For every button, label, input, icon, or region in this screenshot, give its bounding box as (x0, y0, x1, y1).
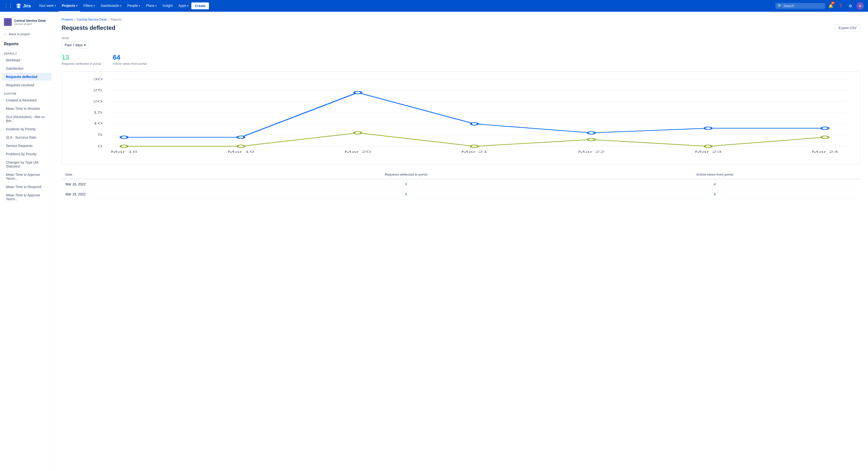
svg-text:0: 0 (98, 145, 103, 148)
svg-point-27 (821, 136, 829, 139)
search-input[interactable] (783, 4, 823, 8)
chevron-down-icon: ▾ (139, 4, 140, 7)
breadcrumb-projects[interactable]: Projects (62, 18, 73, 21)
page-header: Requests deflected Export CSV (62, 24, 860, 32)
nav-people[interactable]: People ▾ (124, 0, 143, 12)
search-bar[interactable]: 🔍 (775, 3, 825, 9)
help-button[interactable]: ❓ (837, 2, 844, 10)
search-icon: 🔍 (778, 4, 782, 8)
chevron-down-icon: ▾ (187, 4, 188, 7)
sidebar-item-mean-time-respond[interactable]: Mean Time to Respond (2, 183, 52, 191)
sidebar: 🎧 Central Service Desk Service project ←… (0, 12, 54, 471)
chevron-down-icon: ▾ (120, 4, 121, 7)
svg-text:Mar 23: Mar 23 (695, 150, 721, 153)
svg-text:15: 15 (93, 111, 102, 114)
svg-text:25: 25 (93, 89, 102, 92)
project-icon: 🎧 (4, 18, 12, 26)
svg-point-19 (705, 127, 712, 129)
nav-filters[interactable]: Filters ▾ (81, 0, 98, 12)
col-date: Date (62, 170, 243, 179)
svg-text:20: 20 (93, 99, 102, 103)
col-article: Article views from portal (569, 170, 860, 179)
svg-point-14 (121, 136, 128, 139)
stat-deflected-label: Requests deflected in portal (62, 62, 101, 65)
nav-projects[interactable]: Projects ▾ (59, 0, 81, 12)
nav-apps[interactable]: Apps ▾ (176, 0, 192, 12)
create-button[interactable]: Create (191, 2, 209, 9)
svg-point-24 (471, 145, 478, 148)
col-deflected: Requests deflected in portal (243, 170, 569, 179)
sidebar-item-created-resolved[interactable]: Created & Resolved (2, 96, 52, 104)
nav-items: Your work ▾ Projects ▾ Filters ▾ Dashboa… (36, 0, 773, 12)
line-chart: 30 25 20 15 10 5 0 (67, 77, 855, 159)
chevron-down-icon: ▾ (55, 4, 56, 7)
svg-text:30: 30 (93, 77, 102, 81)
stat-article-label: Article views from portal (113, 62, 146, 65)
default-section-label: DEFAULT (0, 49, 54, 56)
cell-date: Mar 18, 2022 (62, 179, 243, 189)
grid-icon[interactable]: ⋮⋮ (4, 3, 13, 8)
main-content: Projects / Central Service Desk / Report… (54, 12, 868, 471)
table-row: Mar 18, 2022 0 4 (62, 179, 860, 189)
svg-point-21 (121, 145, 128, 148)
svg-point-20 (821, 127, 829, 129)
svg-point-26 (705, 145, 712, 148)
avatar[interactable]: U (856, 2, 864, 10)
sidebar-item-sla-resolution[interactable]: SLA (Resolution) - Met vs Bre... (2, 113, 52, 125)
settings-button[interactable]: ⚙ (846, 2, 854, 10)
stats-row: 13 Requests deflected in portal 64 Artic… (62, 54, 860, 65)
svg-text:Mar 22: Mar 22 (578, 150, 604, 153)
show-section: Show Past 7 days ▾ (62, 36, 860, 49)
svg-point-22 (237, 145, 244, 148)
sidebar-item-requests-deflected[interactable]: Requests deflected (2, 73, 52, 81)
breadcrumb-sep-1: / (74, 18, 75, 21)
stat-article-count: 64 (113, 54, 146, 61)
notifications-button[interactable]: 🔔 9+ (827, 2, 835, 10)
svg-point-25 (588, 138, 595, 141)
svg-point-18 (588, 131, 595, 134)
sidebar-item-requests-resolved[interactable]: Requests resolved (2, 81, 52, 89)
sidebar-item-workload[interactable]: Workload (2, 56, 52, 64)
cell-deflected: 0 (243, 179, 569, 189)
svg-text:Mar 20: Mar 20 (344, 150, 371, 153)
chevron-down-icon: ▾ (155, 4, 157, 7)
show-label: Show (62, 36, 860, 40)
sidebar-item-satisfaction[interactable]: Satisfaction (2, 64, 52, 72)
stat-article-views: 64 Article views from portal (113, 54, 146, 65)
nav-plans[interactable]: Plans ▾ (143, 0, 160, 12)
line-chart-container: 30 25 20 15 10 5 0 (62, 71, 860, 164)
app-layout: 🎧 Central Service Desk Service project ←… (0, 12, 868, 471)
project-type: Service project (14, 23, 46, 25)
breadcrumb-project[interactable]: Central Service Desk (77, 18, 107, 21)
stat-deflected-count: 13 (62, 54, 101, 61)
breadcrumb-current: Reports (111, 18, 122, 21)
sidebar-item-mean-time-approve-2[interactable]: Mean Time to Approve 'Norm... (2, 191, 52, 203)
sidebar-item-changes-type[interactable]: Changes by Type (All Statuses) (2, 158, 52, 170)
breadcrumb-sep-2: / (108, 18, 109, 21)
nav-dashboards[interactable]: Dashboards ▾ (98, 0, 124, 12)
chevron-down-icon: ▾ (84, 43, 86, 47)
jira-logo[interactable]: Jira (16, 3, 31, 9)
reports-header: Reports (0, 40, 54, 48)
svg-text:Mar 18: Mar 18 (111, 150, 137, 153)
project-name: Central Service Desk (14, 19, 46, 23)
svg-text:Mar 19: Mar 19 (227, 150, 254, 153)
custom-section-label: CUSTOM (0, 89, 54, 96)
sidebar-item-mean-time-approve-1[interactable]: Mean Time to Approve 'Norm... (2, 171, 52, 182)
notification-badge: 9+ (831, 1, 835, 4)
sidebar-item-service-requests[interactable]: Service Requests (2, 142, 52, 150)
sidebar-item-incidents-priority[interactable]: Incidents by Priority (2, 125, 52, 133)
cell-deflected: 0 (243, 189, 569, 199)
sidebar-item-sla-success-rate[interactable]: SLA - Success Rate (2, 134, 52, 141)
nav-insight[interactable]: Insight (160, 0, 176, 12)
page-title: Requests deflected (62, 25, 115, 31)
table-row: Mar 19, 2022 0 4 (62, 189, 860, 199)
chevron-down-icon: ▾ (94, 4, 95, 7)
sidebar-item-mean-time-resolve[interactable]: Mean Time to Resolve (2, 105, 52, 113)
nav-your-work[interactable]: Your work ▾ (36, 0, 59, 12)
back-to-project[interactable]: ← Back to project (0, 30, 54, 38)
sidebar-item-problems-priority[interactable]: Problems by Priority (2, 150, 52, 158)
project-info: Central Service Desk Service project (14, 19, 46, 25)
period-dropdown[interactable]: Past 7 days ▾ (62, 41, 89, 49)
export-csv-button[interactable]: Export CSV (835, 24, 860, 32)
